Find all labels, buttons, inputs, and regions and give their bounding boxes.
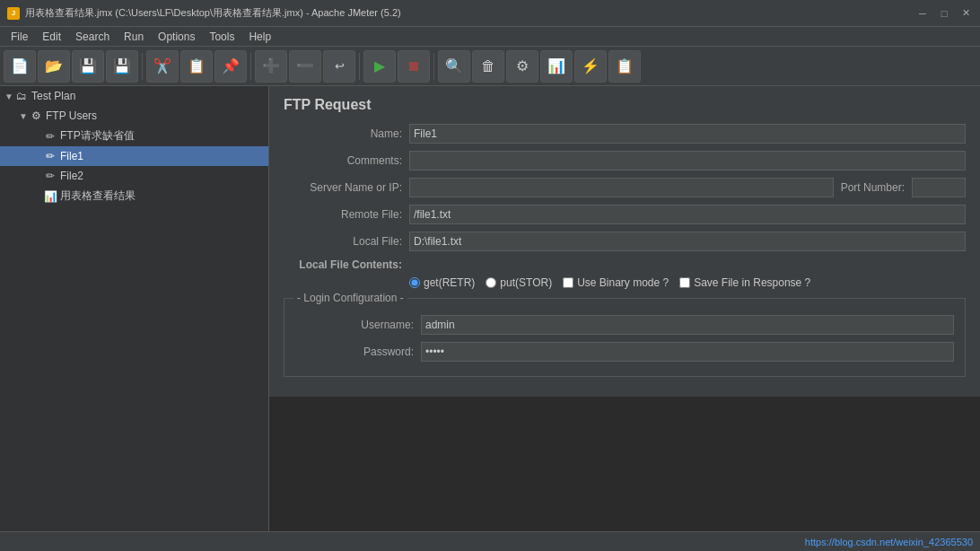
port-number-input[interactable] bbox=[912, 178, 966, 197]
settings-button[interactable]: ⚙ bbox=[506, 50, 538, 83]
password-label: Password: bbox=[295, 345, 421, 358]
undo-button[interactable]: ↩ bbox=[323, 50, 355, 83]
menu-help[interactable]: Help bbox=[241, 29, 278, 45]
use-binary-mode-option[interactable]: Use Binary mode ? bbox=[563, 276, 669, 289]
server-name-input[interactable] bbox=[409, 178, 834, 197]
name-input[interactable] bbox=[409, 124, 966, 144]
username-row: Username: bbox=[295, 315, 954, 335]
stop-button[interactable]: ⏹ bbox=[398, 50, 430, 83]
clear-button[interactable]: 🗑 bbox=[472, 50, 504, 83]
save-file-in-response-label: Save File in Response ? bbox=[694, 276, 810, 289]
expand-icon bbox=[32, 131, 43, 142]
login-config-title: - Login Configuration - bbox=[293, 292, 407, 304]
window-controls: ─ □ ✕ bbox=[915, 6, 973, 21]
local-file-contents-row: Local File Contents: bbox=[284, 258, 966, 271]
password-input[interactable] bbox=[421, 342, 954, 362]
menu-tools[interactable]: Tools bbox=[202, 29, 241, 45]
start-button[interactable]: ▶ bbox=[363, 50, 396, 83]
expand-icon: ▼ bbox=[4, 91, 14, 101]
sidebar-item-results[interactable]: 📊 用表格查看结果 bbox=[0, 186, 268, 206]
app-icon: J bbox=[7, 7, 20, 20]
add-button[interactable]: ➕ bbox=[255, 50, 287, 83]
get-retr-label: get(RETR) bbox=[424, 276, 475, 289]
test-plan-icon: 🗂 bbox=[14, 89, 29, 103]
sidebar-item-file2[interactable]: ✏ File2 bbox=[0, 166, 268, 186]
file2-icon: ✏ bbox=[43, 169, 57, 183]
menu-edit[interactable]: Edit bbox=[35, 29, 68, 45]
toolbar-separator-3 bbox=[359, 53, 360, 80]
ftp-users-label: FTP Users bbox=[46, 109, 97, 122]
menu-options[interactable]: Options bbox=[151, 29, 202, 45]
window-title: 用表格查看结果.jmx (C:\Users\LF\Desktop\用表格查看结果… bbox=[25, 6, 910, 20]
paste-button[interactable]: 📌 bbox=[214, 50, 247, 83]
menu-search[interactable]: Search bbox=[68, 29, 117, 45]
list-button[interactable]: 📋 bbox=[608, 50, 641, 83]
sidebar: ▼ 🗂 Test Plan ▼ ⚙ FTP Users ✏ FTP请求缺省值 ✏… bbox=[0, 86, 269, 531]
search-button[interactable]: 🔍 bbox=[438, 50, 470, 83]
local-file-input[interactable] bbox=[409, 232, 966, 251]
results-icon: 📊 bbox=[43, 189, 57, 204]
menu-bar: File Edit Search Run Options Tools Help bbox=[0, 27, 980, 47]
toolbar-separator-4 bbox=[433, 53, 434, 80]
close-button[interactable]: ✕ bbox=[958, 6, 973, 21]
use-binary-mode-label: Use Binary mode ? bbox=[577, 276, 669, 289]
put-stor-label: put(STOR) bbox=[500, 276, 552, 289]
cut-button[interactable]: ✂️ bbox=[146, 50, 179, 83]
ftp-default-label: FTP请求缺省值 bbox=[60, 128, 135, 144]
remote-file-input[interactable] bbox=[409, 205, 966, 224]
remote-file-label: Remote File: bbox=[284, 208, 409, 221]
comments-label: Comments: bbox=[284, 154, 409, 167]
password-row: Password: bbox=[295, 342, 954, 362]
comments-input[interactable] bbox=[409, 151, 966, 171]
ftp-default-icon: ✏ bbox=[43, 129, 57, 144]
options-row: get(RETR) put(STOR) Use Binary mode ? Sa… bbox=[409, 276, 966, 289]
copy-button[interactable]: 📋 bbox=[180, 50, 213, 83]
login-configuration-section: - Login Configuration - Username: Passwo… bbox=[284, 298, 966, 377]
comments-row: Comments: bbox=[284, 151, 966, 171]
content-area: FTP Request Name: Comments: Server Name … bbox=[269, 86, 980, 531]
sidebar-item-test-plan[interactable]: ▼ 🗂 Test Plan bbox=[0, 86, 268, 106]
status-url: https://blog.csdn.net/weixin_42365530 bbox=[805, 537, 973, 547]
test-plan-label: Test Plan bbox=[31, 90, 75, 102]
save-template-button[interactable]: 💾 bbox=[72, 50, 104, 83]
run-button[interactable]: ⚡ bbox=[574, 50, 607, 83]
port-number-label: Port Number: bbox=[834, 181, 912, 194]
toolbar-separator-2 bbox=[250, 53, 251, 80]
username-label: Username: bbox=[295, 319, 421, 331]
get-retr-option[interactable]: get(RETR) bbox=[409, 276, 475, 289]
open-button[interactable]: 📂 bbox=[38, 50, 70, 83]
username-input[interactable] bbox=[421, 315, 954, 335]
status-bar: https://blog.csdn.net/weixin_42365530 bbox=[0, 531, 980, 551]
local-file-contents-label: Local File Contents: bbox=[284, 258, 409, 271]
sidebar-item-file1[interactable]: ✏ File1 bbox=[0, 146, 268, 166]
save-file-in-response-option[interactable]: Save File in Response ? bbox=[679, 276, 810, 289]
menu-run[interactable]: Run bbox=[117, 29, 151, 45]
put-stor-option[interactable]: put(STOR) bbox=[486, 276, 552, 289]
remove-button[interactable]: ➖ bbox=[289, 50, 321, 83]
local-file-row: Local File: bbox=[284, 232, 966, 251]
server-row: Server Name or IP: Port Number: bbox=[284, 178, 966, 197]
minimize-button[interactable]: ─ bbox=[915, 6, 930, 21]
remote-file-row: Remote File: bbox=[284, 205, 966, 224]
file1-label: File1 bbox=[60, 150, 83, 162]
name-row: Name: bbox=[284, 124, 966, 144]
expand-icon bbox=[32, 191, 43, 202]
expand-icon bbox=[32, 171, 43, 181]
new-button[interactable]: 📄 bbox=[4, 50, 36, 83]
maximize-button[interactable]: □ bbox=[937, 6, 951, 21]
title-bar: J 用表格查看结果.jmx (C:\Users\LF\Desktop\用表格查看… bbox=[0, 0, 980, 27]
save-button[interactable]: 💾 bbox=[106, 50, 138, 83]
sidebar-item-ftp-default[interactable]: ✏ FTP请求缺省值 bbox=[0, 126, 268, 146]
expand-icon bbox=[32, 151, 43, 162]
ftp-request-panel: FTP Request Name: Comments: Server Name … bbox=[269, 86, 980, 397]
file2-label: File2 bbox=[60, 170, 83, 182]
file1-icon: ✏ bbox=[43, 149, 57, 163]
toolbar: 📄 📂 💾 💾 ✂️ 📋 📌 ➕ ➖ ↩ ▶ ⏹ 🔍 🗑 ⚙ 📊 ⚡ 📋 bbox=[0, 47, 980, 86]
toolbar-separator-1 bbox=[142, 53, 143, 80]
menu-file[interactable]: File bbox=[4, 29, 35, 45]
main-layout: ▼ 🗂 Test Plan ▼ ⚙ FTP Users ✏ FTP请求缺省值 ✏… bbox=[0, 86, 980, 531]
expand-icon: ▼ bbox=[18, 110, 29, 121]
sidebar-item-ftp-users[interactable]: ▼ ⚙ FTP Users bbox=[0, 106, 268, 126]
results-label: 用表格查看结果 bbox=[60, 188, 136, 204]
monitor-button[interactable]: 📊 bbox=[540, 50, 573, 83]
